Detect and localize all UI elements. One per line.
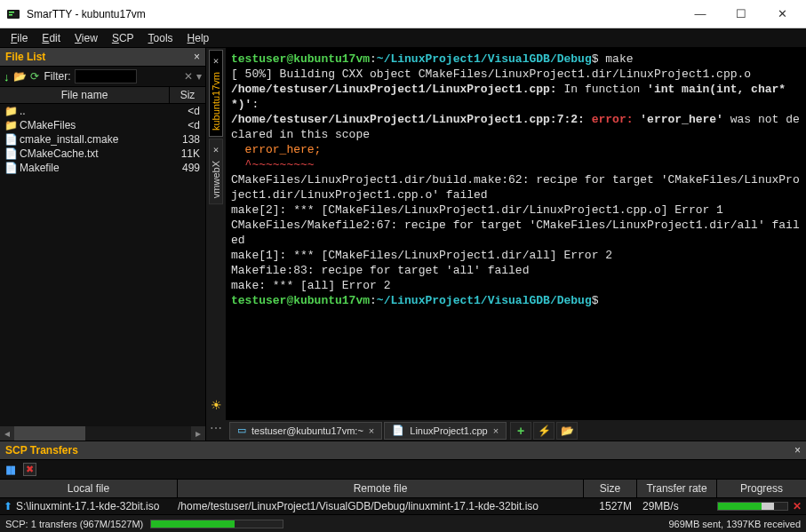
session-tab-vmwebx[interactable]: vmwebX ×	[209, 139, 223, 204]
filter-label: Filter:	[44, 70, 71, 83]
terminal[interactable]: testuser@kubuntu17vm:~/LinuxProject1/Vis…	[226, 48, 806, 419]
file-row[interactable]: 📄cmake_install.cmake138	[0, 132, 205, 147]
filter-input[interactable]	[75, 69, 137, 83]
file-name: ..	[20, 105, 166, 117]
scp-cancel-icon[interactable]: ✕	[788, 500, 806, 512]
menu-edit[interactable]: Edit	[35, 30, 68, 46]
pause-icon[interactable]: ▮▮	[5, 463, 14, 476]
titlebar: SmarTTY - kubuntu17vm — ☐ ✕	[0, 0, 806, 28]
scp-rate: 29MB/s	[637, 500, 717, 512]
scp-close-icon[interactable]: ×	[794, 444, 801, 457]
scp-progress	[717, 502, 788, 511]
upload-arrow-icon: ⬆	[0, 500, 16, 512]
scp-size: 1527M	[584, 500, 637, 512]
file-name: Makefile	[20, 162, 166, 174]
menu-tools[interactable]: Tools	[141, 30, 180, 46]
scp-col-rate[interactable]: Transfer rate	[637, 480, 717, 497]
scp-col-remote[interactable]: Remote file	[178, 480, 584, 497]
file-icon: 📄	[4, 147, 18, 160]
scp-title: SCP Transfers	[5, 444, 78, 457]
session-tab-rail: kubuntu17vm × vmwebX × ☀ ⋯	[206, 48, 226, 441]
session-tab-label: kubuntu17vm	[211, 72, 221, 131]
bottom-tabs: ▭ testuser@kubuntu17vm:~ × 📄 LinuxProjec…	[226, 419, 806, 441]
bottom-tab-file[interactable]: 📄 LinuxProject1.cpp ×	[384, 422, 507, 440]
file-list-panel: File List × ↓ 📂 ⟳ Filter: ✕ ▾ File name …	[0, 48, 206, 441]
terminal-icon: ▭	[237, 425, 246, 436]
bottom-tab-close-icon[interactable]: ×	[369, 425, 374, 436]
file-icon: 📄	[4, 133, 18, 146]
download-arrow-icon[interactable]: ↓	[4, 70, 10, 83]
file-size: <d	[166, 105, 202, 117]
maximize-button[interactable]: ☐	[721, 0, 762, 28]
file-row[interactable]: 📄CMakeCache.txt11K	[0, 147, 205, 161]
new-tab-button[interactable]: +	[510, 422, 531, 440]
file-row[interactable]: 📄Makefile499	[0, 161, 205, 175]
ellipsis-icon[interactable]: ⋯	[210, 421, 222, 435]
file-name: cmake_install.cmake	[20, 133, 166, 146]
file-list[interactable]: 📁..<d📁CMakeFiles<d📄cmake_install.cmake13…	[0, 104, 205, 426]
file-name: CMakeFiles	[20, 119, 166, 131]
file-list-title: File List	[5, 51, 45, 63]
bottom-tab-label: testuser@kubuntu17vm:~	[251, 425, 363, 436]
bottom-tab-label: LinuxProject1.cpp	[410, 425, 487, 436]
bottom-tab-close-icon[interactable]: ×	[493, 425, 499, 436]
delete-transfer-icon[interactable]: ✖	[23, 463, 36, 476]
refresh-icon[interactable]: ⟳	[30, 70, 39, 83]
file-icon: 📄	[392, 425, 404, 436]
session-tab-label: vmwebX	[211, 161, 221, 198]
scp-remote-file: /home/testuser/LinuxProject1/VisualGDB/D…	[178, 500, 584, 512]
action-button[interactable]: ⚡	[533, 422, 555, 440]
menu-view[interactable]: View	[68, 30, 105, 46]
file-row[interactable]: 📁..<d	[0, 104, 205, 118]
file-list-hscroll[interactable]: ◂ ▸	[0, 426, 205, 441]
menu-scp[interactable]: SCP	[105, 30, 141, 46]
scp-col-size[interactable]: Size	[584, 480, 637, 497]
filter-dropdown-icon[interactable]: ▾	[196, 70, 202, 83]
open-folder-icon[interactable]: 📂	[13, 70, 27, 83]
window-title: SmarTTY - kubuntu17vm	[27, 8, 680, 20]
status-progress	[150, 520, 283, 528]
hscroll-left-icon[interactable]: ◂	[0, 427, 14, 440]
svg-rect-2	[9, 14, 12, 16]
hscroll-right-icon[interactable]: ▸	[191, 427, 205, 440]
minimize-button[interactable]: —	[680, 0, 721, 28]
menu-file[interactable]: File	[4, 30, 35, 46]
file-size: <d	[166, 119, 202, 131]
menubar: File Edit View SCP Tools Help	[0, 28, 806, 48]
status-bar: SCP: 1 transfers (967M/1527M) 969MB sent…	[0, 514, 806, 532]
file-row[interactable]: 📁CMakeFiles<d	[0, 118, 205, 132]
col-file-size[interactable]: Siz	[170, 87, 205, 103]
svg-rect-1	[9, 12, 14, 13]
scp-col-local[interactable]: Local file	[0, 480, 178, 497]
open-folder-button[interactable]: 📂	[556, 422, 578, 440]
folder-icon: 📁	[4, 119, 18, 131]
col-file-name[interactable]: File name	[0, 87, 170, 103]
scp-col-progress[interactable]: Progress	[717, 480, 806, 497]
file-list-close-icon[interactable]: ×	[194, 51, 200, 63]
status-left: SCP: 1 transfers (967M/1527M)	[5, 519, 143, 529]
file-size: 499	[166, 162, 202, 174]
file-name: CMakeCache.txt	[20, 147, 166, 160]
sun-icon[interactable]: ☀	[211, 398, 222, 412]
close-window-button[interactable]: ✕	[762, 0, 802, 28]
menu-help[interactable]: Help	[180, 30, 217, 46]
scp-row[interactable]: ⬆ S:\linuxmint-17.1-kde-32bit.iso /home/…	[0, 498, 806, 514]
scp-local-file: S:\linuxmint-17.1-kde-32bit.iso	[16, 500, 178, 512]
bottom-tab-terminal[interactable]: ▭ testuser@kubuntu17vm:~ ×	[229, 422, 382, 440]
scp-panel: SCP Transfers × ▮▮ ✖ Local file Remote f…	[0, 441, 806, 514]
session-tab-kubuntu[interactable]: kubuntu17vm ×	[209, 50, 223, 137]
folder-icon: 📁	[4, 105, 18, 117]
file-icon: 📄	[4, 162, 18, 174]
app-icon	[5, 6, 21, 22]
session-tab-close-icon[interactable]: ×	[211, 145, 221, 155]
clear-filter-icon[interactable]: ✕	[184, 70, 193, 83]
file-size: 138	[166, 133, 202, 146]
status-right: 969MB sent, 1397KB received	[668, 519, 801, 529]
file-size: 11K	[166, 147, 202, 160]
session-tab-close-icon[interactable]: ×	[211, 56, 221, 67]
